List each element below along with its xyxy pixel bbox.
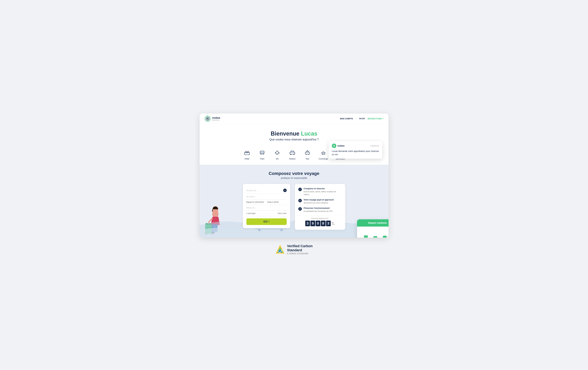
- info-num-3: 3: [298, 207, 302, 211]
- svg-point-45: [212, 232, 215, 233]
- svg-rect-22: [305, 152, 310, 154]
- info-panel: 1 Comparez et réservez tous les trains, …: [295, 184, 345, 230]
- info-item-3: 3 Préservez l'environnement en participa…: [298, 207, 342, 212]
- svg-point-24: [308, 154, 309, 155]
- brand-sub: business: [212, 119, 220, 121]
- svg-rect-8: [248, 153, 249, 154]
- co2-digit-4: 8: [321, 221, 326, 226]
- info-title-3: Préservez l'environnement: [304, 207, 333, 209]
- vol-label: Vol: [276, 158, 279, 160]
- logo-area: mobee business: [205, 116, 220, 122]
- svg-rect-21: [293, 151, 294, 152]
- svg-point-13: [261, 154, 261, 155]
- nav-right: MON COMPTE | FR-FR BESOIN D'AIDE ?: [340, 118, 384, 120]
- hero-title-prefix: Bienvenue: [271, 130, 301, 137]
- info-title-1: Comparez et réservez: [304, 187, 342, 190]
- depart-time-field[interactable]: Partir à 05:00: [267, 201, 287, 203]
- concierge-label: Concierge: [319, 158, 328, 160]
- train-label: Train: [260, 158, 264, 160]
- co2-digit-3: 0: [316, 221, 320, 226]
- chart-bars: [359, 229, 388, 238]
- taxi-icon: [304, 149, 311, 156]
- return-placeholder: Retour le ...: [246, 207, 257, 209]
- concierge-icon: [320, 149, 327, 156]
- svg-rect-10: [261, 151, 262, 152]
- notif-brand-name: mobee: [337, 145, 345, 147]
- exchange-icon[interactable]: ⇅: [283, 189, 287, 192]
- go-button[interactable]: GO !: [246, 218, 287, 225]
- lower-section: Composez votre voyage pratique et respon…: [200, 165, 388, 238]
- svg-point-23: [306, 154, 306, 155]
- train-icon: [258, 149, 266, 156]
- svg-rect-17: [290, 152, 295, 154]
- svg-rect-9: [260, 151, 264, 154]
- svg-point-18: [290, 154, 291, 155]
- to-field[interactable]: Je vais à ...: [246, 194, 287, 200]
- info-item-2: 2 Votre voyage payé et approuvé directem…: [298, 199, 342, 204]
- vcs-triangle-icon: [275, 244, 285, 255]
- outer-container: mobee business MON COMPTE | FR-FR BESOIN…: [200, 114, 388, 256]
- co2-digit-1: 3: [305, 221, 310, 226]
- bar-green-3: [383, 236, 387, 238]
- from-field[interactable]: Je pars de ... ⇅: [246, 187, 287, 194]
- svg-point-19: [294, 154, 294, 155]
- voiture-label: Voiture: [289, 158, 295, 160]
- vcs-logo: Verified Carbon Standard A VERRA STANDAR…: [275, 244, 313, 255]
- info-num-2: 2: [298, 199, 302, 202]
- hero-subtitle: Que voulez-vous réserver aujourd'hui ?: [203, 138, 385, 141]
- co2-counter: 3 9 0 8 3 kg CO₂: [298, 221, 342, 226]
- carbon-chart: [357, 227, 388, 238]
- depart-date-field[interactable]: Départ le 12/01/2022: [246, 201, 266, 203]
- svg-point-46: [215, 232, 218, 233]
- passengers-row: 1 passager Sans carte: [246, 211, 287, 216]
- info-desc-3: en participant aux économies de CO2: [304, 210, 333, 212]
- lower-content: Je pars de ... ⇅ Je vais à ... Départ le…: [207, 184, 381, 230]
- help-link[interactable]: BESOIN D'AIDE ?: [368, 118, 383, 120]
- vcs-title: Verified Carbon Standard: [287, 244, 313, 252]
- date-row: Départ le 12/01/2022 Partir à 05:00: [246, 200, 287, 205]
- bar-group-3: [383, 236, 388, 238]
- bar-green-1: [364, 235, 368, 238]
- lang-link[interactable]: FR-FR: [359, 118, 365, 120]
- voiture-icon: [289, 149, 296, 156]
- notif-brand: mobee: [332, 144, 345, 148]
- depart-label: Départ le 12/01/2022: [246, 201, 264, 203]
- to-placeholder: Je vais à ...: [246, 195, 257, 198]
- bar-group-2: [373, 236, 382, 238]
- passengers-count: 1 passager: [246, 212, 256, 214]
- info-num-1: 1: [298, 188, 302, 191]
- svg-rect-25: [307, 150, 308, 151]
- notif-message: Lucas demande votre approbation pour rés…: [332, 149, 379, 156]
- co2-digit-5: 3: [326, 221, 331, 226]
- brand-name: mobee: [212, 116, 220, 119]
- info-item-1: 1 Comparez et réservez tous les trains, …: [298, 187, 342, 196]
- service-train[interactable]: Train: [258, 149, 266, 160]
- service-hotel[interactable]: Hôtel: [243, 149, 251, 160]
- mon-compte-link[interactable]: MON COMPTE: [340, 118, 353, 120]
- vcs-sub: A VERRA STANDARD: [287, 253, 313, 255]
- vcs-section: Verified Carbon Standard A VERRA STANDAR…: [200, 238, 388, 256]
- top-nav: mobee business MON COMPTE | FR-FR BESOIN…: [200, 114, 388, 124]
- notif-mobee-icon: [332, 144, 336, 148]
- hero-title: Bienvenue Lucas: [203, 130, 385, 137]
- co2-digit-2: 9: [310, 221, 315, 226]
- info-text-3: Préservez l'environnement en participant…: [304, 207, 333, 212]
- svg-point-2: [207, 118, 208, 119]
- notif-header: mobee maintenant: [332, 144, 379, 148]
- service-vol[interactable]: Vol: [273, 149, 281, 160]
- vcs-text: Verified Carbon Standard A VERRA STANDAR…: [287, 244, 313, 255]
- taxi-label: Taxi: [305, 158, 309, 160]
- info-desc-2: directement par votre entreprise: [304, 202, 328, 204]
- return-field[interactable]: Retour le ...: [246, 205, 287, 211]
- lower-title: Composez votre voyage: [207, 171, 381, 176]
- service-voiture[interactable]: Voiture: [289, 149, 296, 160]
- co2-unit: kg CO₂: [332, 222, 335, 225]
- info-text-1: Comparez et réservez tous les trains, av…: [304, 187, 342, 196]
- svg-rect-6: [246, 153, 248, 155]
- info-desc-1: tous les trains, avions, hôtels, locatio…: [304, 191, 336, 195]
- service-taxi[interactable]: Taxi: [304, 149, 311, 160]
- notification-popup: mobee maintenant Lucas demande votre app…: [329, 141, 382, 159]
- notif-time: maintenant: [370, 145, 379, 147]
- depart-time: Partir à 05:00: [267, 201, 279, 203]
- service-concierge[interactable]: Concierge: [319, 149, 328, 160]
